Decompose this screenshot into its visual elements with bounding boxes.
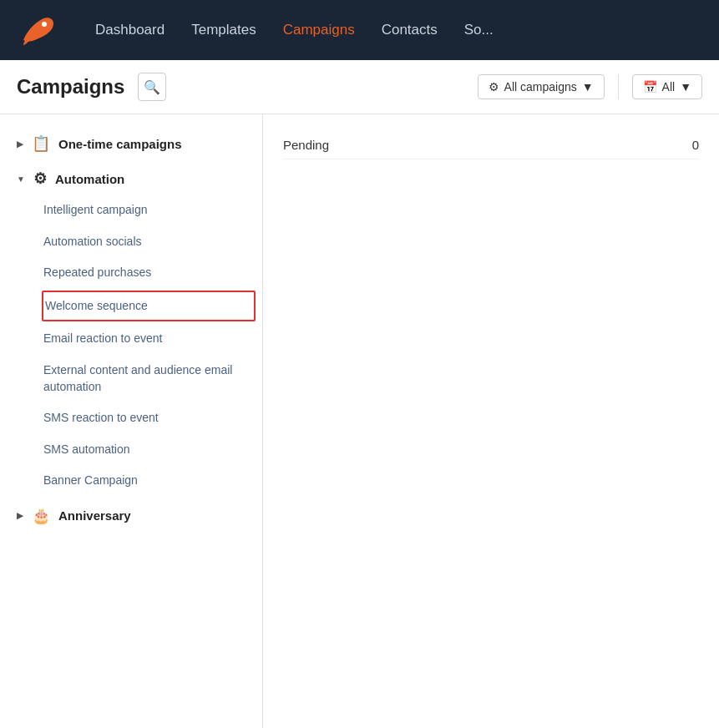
all-campaigns-filter[interactable]: ⚙ All campaigns ▼ [478, 74, 605, 99]
one-time-icon: 📋 [32, 134, 50, 153]
filter-group: ⚙ All campaigns ▼ 📅 All ▼ [478, 74, 702, 99]
sidebar: ▶ 📋 One-time campaigns ▼ ⚙ Automation In… [0, 114, 263, 728]
nav-campaigns[interactable]: Campaigns [283, 18, 355, 42]
date-filter[interactable]: 📅 All ▼ [632, 74, 702, 99]
automation-items: Intelligent campaign Automation socials … [0, 195, 262, 497]
sidebar-item-external-content[interactable]: External content and audience email auto… [43, 355, 262, 402]
main-layout: ▶ 📋 One-time campaigns ▼ ⚙ Automation In… [0, 114, 719, 728]
svg-point-1 [42, 22, 47, 27]
sidebar-section-one-time: ▶ 📋 One-time campaigns [0, 128, 262, 159]
sub-header: Campaigns 🔍 ⚙ All campaigns ▼ 📅 All ▼ [0, 60, 719, 114]
sidebar-item-automation-socials[interactable]: Automation socials [43, 226, 262, 258]
logo[interactable] [17, 8, 60, 52]
sidebar-section-automation: ▼ ⚙ Automation Intelligent campaign Auto… [0, 163, 262, 497]
automation-icon: ⚙ [33, 169, 47, 188]
pending-value: 0 [692, 138, 699, 152]
content-inner: Pending 0 [263, 114, 719, 728]
nav-dashboard[interactable]: Dashboard [95, 18, 165, 42]
filter-label: All campaigns [504, 80, 577, 94]
pending-label: Pending [283, 138, 329, 152]
sidebar-item-intelligent[interactable]: Intelligent campaign [43, 195, 262, 226]
arrow-right-anniversary-icon: ▶ [17, 511, 23, 520]
anniversary-icon: 🎂 [32, 507, 50, 525]
filter-chevron-icon: ▼ [582, 80, 594, 94]
search-button[interactable]: 🔍 [138, 73, 166, 101]
sidebar-item-email-reaction[interactable]: Email reaction to event [43, 323, 262, 355]
date-label: All [662, 80, 676, 94]
sidebar-item-banner-campaign[interactable]: Banner Campaign [43, 465, 262, 497]
filter-divider [618, 74, 619, 99]
nav-contacts[interactable]: Contacts [382, 18, 438, 42]
arrow-right-icon: ▶ [17, 139, 23, 149]
arrow-down-icon: ▼ [17, 174, 25, 184]
sidebar-section-header-anniversary[interactable]: ▶ 🎂 Anniversary [0, 500, 262, 532]
anniversary-label: Anniversary [58, 508, 131, 523]
filter-icon: ⚙ [489, 80, 499, 94]
sidebar-section-header-automation[interactable]: ▼ ⚙ Automation [0, 163, 262, 195]
sidebar-section-anniversary: ▶ 🎂 Anniversary [0, 500, 262, 532]
sidebar-item-welcome-sequence[interactable]: Welcome sequence [42, 291, 256, 322]
nav-so[interactable]: So... [464, 18, 494, 42]
search-icon: 🔍 [144, 79, 160, 95]
top-nav: Dashboard Templates Campaigns Contacts S… [0, 0, 719, 60]
sidebar-item-sms-automation[interactable]: SMS automation [43, 434, 262, 466]
sidebar-section-header-one-time[interactable]: ▶ 📋 One-time campaigns [0, 128, 262, 159]
sidebar-item-repeated-purchases[interactable]: Repeated purchases [43, 257, 262, 289]
sidebar-item-sms-reaction[interactable]: SMS reaction to event [43, 402, 262, 434]
calendar-icon: 📅 [643, 80, 657, 94]
page-title: Campaigns [17, 75, 124, 99]
date-chevron-icon: ▼ [680, 80, 691, 94]
content-area: Pending 0 [263, 114, 719, 728]
one-time-label: One-time campaigns [58, 137, 182, 151]
automation-label: Automation [55, 172, 124, 186]
pending-row: Pending 0 [283, 131, 699, 159]
nav-templates[interactable]: Templates [191, 18, 256, 42]
